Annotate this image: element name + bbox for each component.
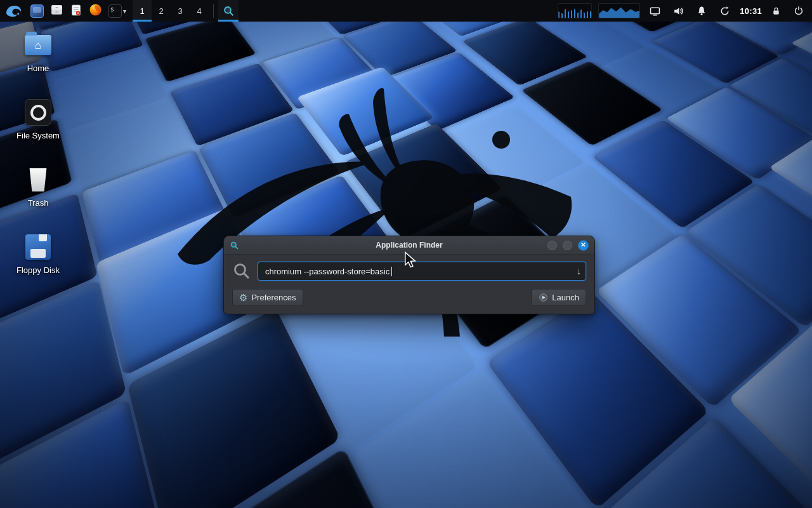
updates-button[interactable] xyxy=(716,0,733,22)
power-button[interactable] xyxy=(790,0,807,22)
home-icon: ⌂ xyxy=(23,30,53,60)
gear-icon: ⚙ xyxy=(239,293,247,302)
window-magnifier-icon xyxy=(230,241,239,250)
floppy-icon xyxy=(23,232,53,262)
desktop-icon-file-system[interactable]: File System xyxy=(8,98,69,165)
preferences-label: Preferences xyxy=(251,293,296,302)
panel-tray: 10:31 xyxy=(558,0,807,22)
terminal-launcher[interactable]: $ ▾ xyxy=(108,4,126,18)
minimize-button[interactable] xyxy=(547,241,557,250)
desktop-icon-label: File System xyxy=(16,131,60,140)
workspace-button-4[interactable]: 4 xyxy=(190,0,209,22)
display-settings-button[interactable] xyxy=(646,0,664,22)
search-icon xyxy=(232,262,251,281)
kali-menu-button[interactable] xyxy=(2,0,25,22)
quick-launchers: $ ▾ xyxy=(30,3,126,18)
close-button[interactable]: ✕ xyxy=(578,240,589,251)
drive-icon xyxy=(23,98,53,127)
graph-area xyxy=(599,4,639,18)
search-row: chromium --password-store=basic ↓ xyxy=(232,262,586,281)
workspace-button-2[interactable]: 2 xyxy=(152,0,171,22)
trash-icon xyxy=(23,165,53,194)
magnifier-icon xyxy=(223,5,235,17)
workspace-label: 2 xyxy=(159,6,163,16)
workspace-label: 4 xyxy=(197,6,201,16)
terminal-icon: $ xyxy=(108,4,122,18)
window-title: Application Finder xyxy=(224,241,594,250)
button-row: ⚙ Preferences Launch xyxy=(232,289,586,306)
text-editor-launcher[interactable] xyxy=(70,4,82,18)
clock[interactable]: 10:31 xyxy=(740,6,762,16)
house-glyph: ⌂ xyxy=(35,40,41,51)
dialog-body: chromium --password-store=basic ↓ ⚙ Pref… xyxy=(224,255,594,314)
desktop-icon-trash[interactable]: Trash xyxy=(8,165,69,232)
document-seal-icon xyxy=(70,4,82,17)
firefox-launcher[interactable] xyxy=(89,3,102,18)
display-icon xyxy=(650,6,660,17)
close-icon: ✕ xyxy=(580,242,586,248)
top-panel: $ ▾ 1 2 3 4 xyxy=(0,0,812,22)
show-desktop-button[interactable] xyxy=(30,4,44,18)
application-finder-window: Application Finder ✕ chromium --password… xyxy=(223,236,595,314)
workspace-label: 3 xyxy=(178,6,182,16)
launch-button[interactable]: Launch xyxy=(532,289,586,306)
system-monitor-sparkline[interactable] xyxy=(558,3,592,18)
window-controls: ✕ xyxy=(547,240,589,251)
terminal-prompt-glyph: $ xyxy=(110,6,114,16)
workspace-button-1[interactable]: 1 xyxy=(133,0,152,22)
command-input[interactable]: chromium --password-store=basic ↓ xyxy=(258,262,586,281)
app-finder-task-button[interactable] xyxy=(218,0,239,22)
panel-separator xyxy=(213,4,214,18)
system-monitor-graph[interactable] xyxy=(598,3,640,18)
desktop-icon-list: ⌂ Home File System Trash Floppy Disk xyxy=(8,30,69,300)
desktop-icon-label: Floppy Disk xyxy=(16,265,60,275)
command-text: chromium --password-store=basic xyxy=(265,267,390,276)
chevron-down-icon[interactable]: ▾ xyxy=(123,8,126,15)
bell-icon xyxy=(697,6,707,16)
preferences-button[interactable]: ⚙ Preferences xyxy=(232,289,303,306)
text-caret xyxy=(391,267,392,276)
kali-logo-icon xyxy=(5,4,22,18)
launch-icon xyxy=(539,293,548,302)
sparkline-bars xyxy=(558,4,591,18)
refresh-icon xyxy=(719,6,730,17)
volume-button[interactable] xyxy=(670,0,687,22)
file-manager-launcher[interactable] xyxy=(50,3,63,18)
desktop-icon-label: Home xyxy=(27,64,49,73)
desktop-icon-floppy[interactable]: Floppy Disk xyxy=(8,232,69,300)
workspace-label: 1 xyxy=(140,6,144,16)
lock-icon xyxy=(771,6,781,16)
power-icon xyxy=(794,6,804,16)
titlebar[interactable]: Application Finder ✕ xyxy=(224,236,594,255)
notifications-button[interactable] xyxy=(693,0,710,22)
desktop-icon-label: Trash xyxy=(28,198,49,208)
firefox-icon xyxy=(89,3,102,17)
window-icon xyxy=(33,7,41,13)
workspace-switcher: 1 2 3 4 xyxy=(133,0,209,22)
history-dropdown-icon[interactable]: ↓ xyxy=(577,266,581,276)
lock-screen-button[interactable] xyxy=(768,0,784,22)
desktop-icon-home[interactable]: ⌂ Home xyxy=(8,30,69,98)
launch-label: Launch xyxy=(552,293,579,302)
maximize-button[interactable] xyxy=(563,241,572,250)
workspace-button-3[interactable]: 3 xyxy=(171,0,190,22)
speaker-icon xyxy=(673,6,684,17)
file-cabinet-icon xyxy=(50,3,63,17)
